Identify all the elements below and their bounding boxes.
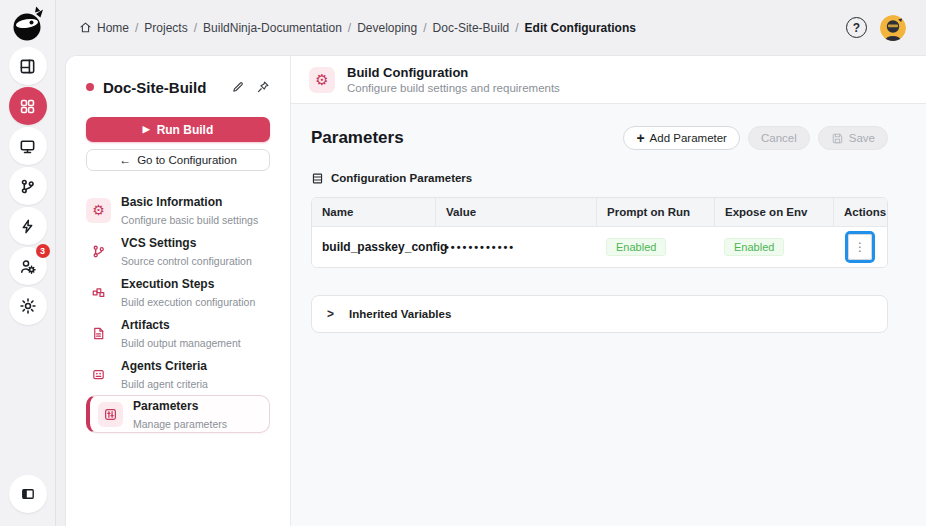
sidebar-item-artifacts[interactable]: Artifacts Build output management [86, 313, 270, 353]
sidebar-item-parameters[interactable]: Parameters Manage parameters [86, 395, 270, 433]
back-arrow-icon: ← [119, 154, 131, 166]
project-name: Doc-Site-Build [103, 79, 206, 96]
sidebar-item-basic-information[interactable]: ⚙ Basic Information Configure basic buil… [86, 190, 270, 230]
expose-on-env-cell: Enabled [714, 227, 833, 267]
user-avatar[interactable] [880, 15, 906, 41]
save-icon [831, 132, 844, 145]
save-button[interactable]: Save [818, 126, 888, 150]
rail-vcs-branch-icon[interactable] [9, 167, 47, 205]
rail-dashboard-icon[interactable] [9, 47, 47, 85]
git-branch-icon [86, 239, 111, 264]
topbar: Home / Projects / BuildNinja-Documentati… [56, 0, 926, 55]
sliders-icon [98, 402, 123, 427]
rail-agents-monitor-icon[interactable] [9, 127, 47, 165]
breadcrumb-separator: / [135, 21, 138, 35]
breadcrumb-project[interactable]: BuildNinja-Documentation [203, 21, 342, 35]
home-icon [79, 21, 92, 34]
breadcrumb-separator: / [194, 21, 197, 35]
nav-item-sublabel: Build execution configuration [121, 296, 255, 308]
page-title: Build Configuration [347, 65, 560, 81]
edit-pencil-icon[interactable] [231, 80, 245, 94]
column-header-expose-on-env: Expose on Env [714, 198, 833, 226]
breadcrumb-projects[interactable]: Projects [144, 21, 187, 35]
section-title: Parameters [311, 128, 404, 148]
parameter-name: build_passkey_config [312, 227, 435, 267]
goto-configuration-label: Go to Configuration [137, 154, 237, 166]
help-icon[interactable]: ? [846, 17, 867, 38]
page-header: ⚙ Build Configuration Configure build se… [291, 56, 926, 104]
expose-on-env-badge: Enabled [724, 238, 784, 256]
actions-cell: ⋮ [833, 227, 887, 267]
add-parameter-button[interactable]: + Add Parameter [623, 126, 740, 150]
inherited-variables-label: Inherited Variables [349, 308, 451, 320]
save-label: Save [849, 132, 875, 144]
parameter-masked-value: •••••••••••• [435, 227, 596, 267]
plus-icon: + [636, 131, 644, 145]
gear-icon: ⚙ [86, 198, 111, 223]
column-header-name: Name [312, 198, 435, 226]
sidebar-item-agents-criteria[interactable]: Agents Criteria Build agent criteria [86, 354, 270, 394]
column-header-prompt-on-run: Prompt on Run [596, 198, 714, 226]
play-icon: ▶ [143, 125, 150, 134]
goto-configuration-button[interactable]: ← Go to Configuration [86, 149, 270, 171]
build-config-gear-icon: ⚙ [309, 67, 335, 93]
prompt-on-run-badge: Enabled [606, 238, 666, 256]
rail-settings-gear-icon[interactable] [9, 287, 47, 325]
project-title-row: Doc-Site-Build [86, 78, 270, 96]
steps-blocks-icon [86, 280, 111, 305]
nav-item-label: Basic Information [121, 195, 222, 209]
nav-item-sublabel: Configure basic build settings [121, 214, 258, 226]
add-parameter-label: Add Parameter [650, 132, 727, 144]
pin-icon[interactable] [256, 80, 270, 94]
table-header-row: Name Value Prompt on Run Expose on Env A… [312, 198, 887, 227]
nav-item-sublabel: Build output management [121, 337, 241, 349]
nav-item-label: Artifacts [121, 318, 170, 332]
cancel-button[interactable]: Cancel [748, 126, 810, 150]
breadcrumb-home[interactable]: Home [97, 21, 129, 35]
rail-collapse-panel-icon[interactable] [9, 475, 47, 513]
app-rail: 3 [0, 0, 56, 526]
breadcrumb: Home / Projects / BuildNinja-Documentati… [79, 21, 636, 35]
nav-item-label: Parameters [133, 399, 198, 413]
parameters-table: Name Value Prompt on Run Expose on Env A… [311, 197, 888, 268]
rail-projects-icon[interactable] [9, 87, 47, 125]
main-panel: ⚙ Build Configuration Configure build se… [291, 56, 926, 526]
nav-item-label: Agents Criteria [121, 359, 207, 373]
status-dot [86, 83, 94, 91]
parameters-toolbar: Parameters + Add Parameter Cancel [311, 126, 888, 150]
table-list-icon [311, 172, 324, 185]
buildninja-logo-icon [9, 4, 47, 44]
rail-users-icon[interactable]: 3 [9, 247, 47, 285]
nav-item-label: Execution Steps [121, 277, 214, 291]
build-sidebar: Doc-Site-Build ▶ Run Build [66, 56, 291, 526]
nav-item-sublabel: Build agent criteria [121, 378, 208, 390]
breadcrumb-build[interactable]: Doc-Site-Build [433, 21, 510, 35]
inherited-variables-toggle[interactable]: > Inherited Variables [311, 295, 888, 333]
content-card: Doc-Site-Build ▶ Run Build [65, 55, 926, 526]
sidebar-item-vcs-settings[interactable]: VCS Settings Source control configuratio… [86, 231, 270, 271]
sidebar-item-execution-steps[interactable]: Execution Steps Build execution configur… [86, 272, 270, 312]
row-actions-menu-icon[interactable]: ⋮ [848, 234, 872, 260]
breadcrumb-separator: / [515, 21, 518, 35]
table-row: build_passkey_config •••••••••••• Enable… [312, 227, 887, 267]
prompt-on-run-cell: Enabled [596, 227, 714, 267]
run-build-button[interactable]: ▶ Run Build [86, 117, 270, 142]
configuration-parameters-label: Configuration Parameters [331, 172, 472, 184]
nav-item-sublabel: Manage parameters [133, 418, 227, 430]
column-header-value: Value [435, 198, 596, 226]
file-icon [86, 321, 111, 346]
breadcrumb-separator: / [423, 21, 426, 35]
nav-item-sublabel: Source control configuration [121, 255, 252, 267]
page-subtitle: Configure build settings and requirement… [347, 82, 560, 94]
notification-badge: 3 [36, 244, 50, 258]
rail-triggers-lightning-icon[interactable] [9, 207, 47, 245]
agent-robot-icon [86, 362, 111, 387]
parameters-section: Parameters + Add Parameter Cancel [291, 104, 926, 526]
settings-nav: ⚙ Basic Information Configure basic buil… [86, 190, 270, 433]
breadcrumb-current: Edit Configurations [525, 21, 636, 35]
configuration-parameters-header: Configuration Parameters [311, 171, 888, 185]
breadcrumb-subproject[interactable]: Developing [357, 21, 417, 35]
nav-item-label: VCS Settings [121, 236, 196, 250]
focus-highlight-box: ⋮ [845, 231, 875, 263]
topbar-actions: ? [846, 15, 906, 41]
